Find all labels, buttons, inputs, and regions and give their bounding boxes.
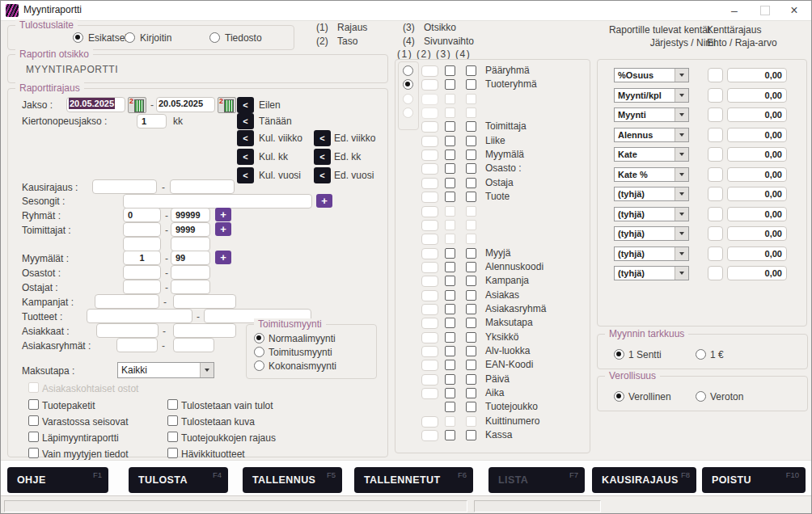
sivunvaihto-checkbox[interactable] — [466, 121, 476, 132]
kampanjat-to-input[interactable] — [173, 294, 236, 309]
condition-input[interactable] — [708, 68, 723, 82]
otsikko-checkbox[interactable] — [445, 79, 455, 90]
field-select[interactable]: (tyhjä) — [614, 226, 689, 241]
limit-value-input[interactable] — [727, 107, 787, 122]
toimittajat-from-input[interactable] — [123, 222, 161, 237]
field-select[interactable]: %Osuus — [614, 68, 689, 82]
ryhmat-add-button[interactable]: + — [215, 208, 231, 221]
sivunvaihto-checkbox[interactable] — [466, 304, 476, 314]
sivunvaihto-checkbox[interactable] — [466, 374, 476, 385]
radio-verollinen[interactable] — [614, 391, 624, 402]
radio-1sentti[interactable] — [614, 349, 624, 360]
field-select[interactable]: (tyhjä) — [614, 246, 689, 261]
ostajat-to-input[interactable] — [171, 280, 210, 294]
asiakkaat-from-input[interactable] — [96, 323, 159, 338]
sivunvaihto-checkbox[interactable] — [466, 290, 476, 301]
sivunvaihto-checkbox[interactable] — [466, 262, 476, 272]
taso-input-box[interactable] — [421, 332, 438, 343]
varastossa-seisovat-checkbox[interactable] — [28, 415, 39, 426]
field-select[interactable]: Kate % — [614, 167, 689, 182]
condition-input[interactable] — [708, 128, 723, 142]
field-select[interactable]: Myynti/kpl — [614, 88, 689, 103]
field-select[interactable]: Alennus — [614, 128, 689, 142]
vain-myytyjen-tiedot-checkbox[interactable] — [28, 448, 39, 458]
asiakasryhmat-to-input[interactable] — [173, 338, 214, 352]
fkey-button-tulosta[interactable]: TULOSTAF4 — [129, 467, 228, 493]
radio-normaalimyynti[interactable] — [254, 333, 264, 343]
otsikko-checkbox[interactable] — [445, 318, 455, 328]
field-select[interactable]: (tyhjä) — [614, 207, 689, 221]
taso-input-box[interactable] — [421, 65, 438, 77]
otsikko-checkbox[interactable] — [445, 388, 455, 398]
close-button[interactable]: × — [780, 1, 808, 19]
sivunvaihto-checkbox[interactable] — [466, 150, 476, 160]
maksutapa-select[interactable]: Kaikki — [117, 362, 214, 378]
fkey-button-ohje[interactable]: OHJEF1 — [7, 467, 108, 493]
otsikko-checkbox[interactable] — [445, 360, 455, 370]
myymalat-from-input[interactable] — [123, 251, 161, 265]
tuotepaketit-checkbox[interactable] — [28, 399, 39, 410]
taso-input-box[interactable] — [421, 346, 438, 357]
otsikko-checkbox[interactable] — [445, 192, 455, 202]
taso-input-box[interactable] — [421, 430, 438, 441]
otsikko-checkbox[interactable] — [445, 65, 455, 76]
sivunvaihto-checkbox[interactable] — [466, 360, 476, 370]
otsikko-checkbox[interactable] — [445, 248, 455, 259]
radio-veroton[interactable] — [696, 391, 706, 402]
myymalat-add-button[interactable]: + — [215, 251, 231, 264]
field-select[interactable]: Kate — [614, 147, 689, 162]
limit-value-input[interactable] — [727, 147, 787, 162]
osastot-from-input[interactable] — [123, 265, 161, 280]
otsikko-checkbox[interactable] — [445, 402, 455, 412]
condition-input[interactable] — [708, 226, 723, 241]
otsikko-checkbox[interactable] — [445, 290, 455, 301]
taso-input-box[interactable] — [421, 220, 438, 231]
taso-input-box[interactable] — [421, 388, 438, 399]
report-title-value[interactable]: MYYNTIRAPORTTI — [26, 64, 118, 75]
toimittajat-to-input[interactable] — [171, 222, 210, 237]
minimize-button[interactable]: – — [721, 1, 748, 19]
limit-value-input[interactable] — [727, 88, 787, 103]
field-select[interactable]: (tyhjä) — [614, 266, 689, 280]
taso-input-box[interactable] — [421, 276, 438, 287]
sivunvaihto-checkbox[interactable] — [466, 192, 476, 202]
taso-input-box[interactable] — [421, 121, 438, 133]
taso-input-box[interactable] — [421, 163, 438, 175]
toimittajat-from-input-2[interactable] — [123, 237, 161, 251]
radio-kirjoitin[interactable] — [125, 32, 135, 43]
radio-kokonaismyynti[interactable] — [254, 360, 264, 371]
taso-input-box[interactable] — [421, 136, 438, 147]
otsikko-checkbox[interactable] — [445, 374, 455, 385]
kul-kk-button[interactable]: < — [237, 149, 254, 165]
kul-vuosi-button[interactable]: < — [237, 167, 254, 183]
tanaan-button[interactable]: < — [237, 113, 254, 129]
eilen-button[interactable]: < — [237, 97, 254, 113]
lapimyyntiraportti-checkbox[interactable] — [28, 432, 39, 442]
taso-input-box[interactable] — [421, 192, 438, 203]
toimittajat-to-input-2[interactable] — [171, 237, 210, 251]
kiertonopeusjakso-input[interactable] — [137, 114, 167, 128]
calendar-picker-button[interactable]: 2 — [128, 97, 146, 113]
sivunvaihto-checkbox[interactable] — [466, 276, 476, 286]
otsikko-checkbox[interactable] — [445, 346, 455, 356]
fkey-button-kausirajaus[interactable]: KAUSIRAJAUSF8 — [592, 467, 696, 493]
otsikko-checkbox[interactable] — [445, 150, 455, 160]
sivunvaihto-checkbox[interactable] — [466, 402, 476, 412]
kausirajaus-to-input[interactable] — [170, 179, 235, 194]
limit-value-input[interactable] — [727, 167, 787, 182]
field-select[interactable]: Myynti — [614, 107, 689, 122]
radio-tiedosto[interactable] — [209, 32, 220, 43]
condition-input[interactable] — [708, 167, 723, 182]
maximize-button[interactable] — [751, 1, 779, 19]
otsikko-checkbox[interactable] — [445, 332, 455, 343]
sivunvaihto-checkbox[interactable] — [466, 430, 476, 440]
condition-input[interactable] — [708, 266, 723, 280]
taso-input-box[interactable] — [421, 262, 438, 273]
ryhmat-to-input[interactable] — [171, 208, 210, 222]
otsikko-checkbox[interactable] — [445, 304, 455, 314]
condition-input[interactable] — [708, 107, 723, 122]
kul-viikko-button[interactable]: < — [237, 130, 254, 146]
field-select[interactable]: (tyhjä) — [614, 187, 689, 201]
limit-value-input[interactable] — [727, 68, 787, 82]
sivunvaihto-checkbox[interactable] — [466, 136, 476, 146]
